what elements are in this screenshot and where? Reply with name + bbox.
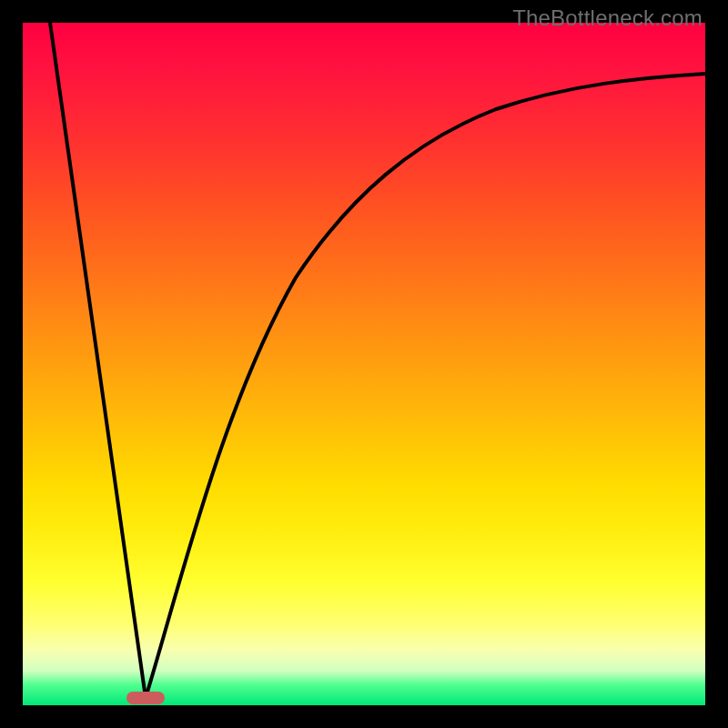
optimal-marker	[126, 692, 165, 704]
watermark-text: TheBottleneck.com	[512, 5, 703, 31]
curve-path	[50, 23, 705, 698]
bottleneck-curve	[23, 23, 705, 705]
chart-frame: TheBottleneck.com	[0, 0, 728, 728]
plot-area	[23, 23, 705, 705]
